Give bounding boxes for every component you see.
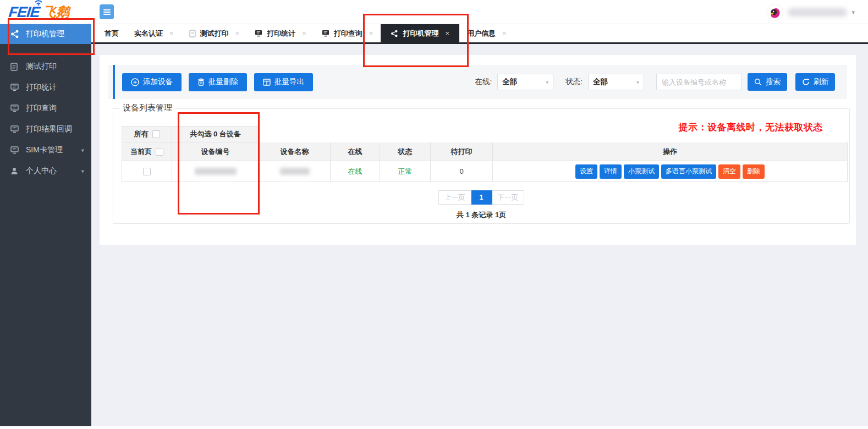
plus-circle-icon bbox=[131, 78, 139, 86]
row-checkbox-cell bbox=[122, 161, 172, 182]
app-window: FEIE 飞鹅 ▾ bbox=[0, 0, 868, 429]
tab-print-query[interactable]: 打印查询 × bbox=[314, 24, 381, 43]
search-button[interactable]: 搜索 bbox=[748, 73, 787, 91]
close-tab-icon[interactable]: × bbox=[302, 29, 306, 37]
table-header-row: 当前页 设备编号 设备名称 在线 状态 待打印 操作 bbox=[122, 142, 848, 161]
tab-home[interactable]: 首页 bbox=[97, 24, 127, 43]
sidebar-item-personal-center[interactable]: 个人中心 ▾ bbox=[0, 161, 91, 182]
hamburger-icon bbox=[103, 12, 111, 13]
close-tab-icon[interactable]: × bbox=[502, 29, 507, 37]
close-tab-icon[interactable]: × bbox=[235, 29, 240, 37]
tab-real-name-auth[interactable]: 实名认证 × bbox=[127, 24, 182, 43]
sidebar-item-print-callback[interactable]: 打印结果回调 bbox=[0, 119, 91, 140]
top-header: FEIE 飞鹅 ▾ bbox=[0, 0, 868, 24]
pending-cell: 0 bbox=[431, 161, 493, 182]
close-tab-icon[interactable]: × bbox=[445, 29, 449, 37]
prev-page-button[interactable]: 上一页 bbox=[438, 190, 471, 205]
sidebar-item-printer-management[interactable]: 打印机管理 bbox=[0, 24, 91, 44]
current-page-checkbox[interactable] bbox=[156, 148, 163, 156]
batch-export-label: 批量导出 bbox=[274, 77, 304, 87]
status-cell: 正常 bbox=[380, 161, 431, 182]
menu-toggle-button[interactable] bbox=[100, 4, 114, 19]
sidebar-item-test-print[interactable]: 测试打印 bbox=[0, 56, 91, 77]
clear-button[interactable]: 清空 bbox=[718, 164, 740, 179]
chevron-down-icon[interactable]: ▾ bbox=[81, 168, 84, 175]
online-filter-select[interactable]: 全部 ▾ bbox=[497, 74, 553, 90]
batch-delete-button[interactable]: 批量删除 bbox=[189, 73, 247, 91]
logo-text-en: FEIE bbox=[8, 4, 40, 21]
multilang-receipt-test-button[interactable]: 多语言小票测试 bbox=[661, 164, 716, 179]
tab-label: 打印统计 bbox=[267, 29, 295, 38]
printer-icon bbox=[10, 84, 20, 91]
current-page-cell: 当前页 bbox=[122, 142, 172, 161]
bottom-strip bbox=[0, 426, 868, 429]
username-redacted bbox=[788, 8, 847, 16]
page-1-button[interactable]: 1 bbox=[471, 190, 492, 205]
refresh-button[interactable]: 刷新 bbox=[795, 73, 835, 91]
sidebar-item-label: 打印结果回调 bbox=[26, 124, 72, 134]
online-filter-label: 在线: bbox=[475, 77, 492, 87]
logo-text-cn: 飞鹅 bbox=[42, 3, 70, 21]
printer-icon bbox=[10, 125, 20, 133]
table-row: 在线 正常 0 设置 详情 小票测试 多语言小票测试 清空 删除 bbox=[122, 161, 848, 182]
settings-button[interactable]: 设置 bbox=[575, 164, 597, 179]
brand-logo[interactable]: FEIE 飞鹅 bbox=[9, 2, 69, 22]
sidebar-item-sim-management[interactable]: SIM卡管理 ▾ bbox=[0, 140, 91, 161]
device-name-cell bbox=[259, 161, 331, 182]
next-page-button[interactable]: 下一页 bbox=[492, 190, 525, 205]
search-icon bbox=[754, 78, 762, 86]
col-device-no: 设备编号 bbox=[172, 142, 259, 161]
sidebar-item-label: 个人中心 bbox=[26, 166, 57, 176]
row-actions: 设置 详情 小票测试 多语言小票测试 清空 删除 bbox=[575, 164, 765, 179]
tab-printer-management[interactable]: 打印机管理 × bbox=[381, 24, 459, 43]
user-menu[interactable]: ▾ bbox=[766, 3, 855, 21]
content-card: 添加设备 批量删除 批量导出 在线: 全部 bbox=[100, 55, 856, 245]
share-nodes-icon bbox=[10, 30, 20, 38]
select-all-checkbox[interactable] bbox=[152, 130, 160, 138]
user-icon bbox=[10, 167, 20, 175]
receipt-test-button[interactable]: 小票测试 bbox=[624, 164, 659, 179]
device-name-redacted bbox=[280, 168, 310, 175]
share-nodes-icon bbox=[391, 30, 398, 37]
col-online: 在线 bbox=[331, 142, 380, 161]
file-icon bbox=[10, 63, 20, 71]
select-all-cell: 所有 bbox=[122, 126, 172, 142]
trash-icon bbox=[197, 78, 205, 86]
device-list-section: 设备列表管理 提示：设备离线时，无法获取状态 所有 共勾选 0 台设备 bbox=[113, 108, 850, 224]
status-filter-select[interactable]: 全部 ▾ bbox=[588, 74, 644, 90]
sidebar-item-print-query[interactable]: 打印查询 bbox=[0, 98, 91, 119]
sidebar-nav: 打印机管理 测试打印 打印统计 打印查询 打印结果回调 bbox=[0, 24, 91, 426]
details-button[interactable]: 详情 bbox=[600, 164, 622, 179]
tab-label: 首页 bbox=[105, 29, 119, 38]
close-tab-icon[interactable]: × bbox=[169, 29, 174, 37]
delete-button[interactable]: 删除 bbox=[743, 164, 765, 179]
batch-export-button[interactable]: 批量导出 bbox=[254, 73, 313, 91]
chevron-down-icon: ▾ bbox=[546, 79, 548, 85]
status-filter-label: 状态: bbox=[565, 77, 583, 87]
accent-bar bbox=[113, 65, 115, 99]
row-checkbox[interactable] bbox=[143, 168, 151, 175]
online-filter-value: 全部 bbox=[502, 77, 517, 87]
chevron-down-icon[interactable]: ▾ bbox=[81, 147, 84, 154]
tab-label: 用户信息 bbox=[467, 29, 496, 38]
sidebar-item-label: 打印统计 bbox=[26, 82, 57, 92]
printer-icon bbox=[10, 105, 20, 112]
device-search-input[interactable] bbox=[656, 74, 742, 90]
sidebar-item-print-stats[interactable]: 打印统计 bbox=[0, 77, 91, 98]
printer-icon bbox=[255, 30, 262, 37]
tab-print-stats[interactable]: 打印统计 × bbox=[247, 24, 314, 43]
close-tab-icon[interactable]: × bbox=[369, 29, 373, 37]
add-device-button[interactable]: 添加设备 bbox=[122, 73, 182, 91]
tab-user-info[interactable]: 用户信息 × bbox=[459, 24, 514, 43]
col-pending: 待打印 bbox=[431, 142, 493, 161]
select-all-label: 所有 bbox=[134, 129, 149, 139]
section-title: 设备列表管理 bbox=[119, 103, 175, 113]
tab-test-print[interactable]: 测试打印 × bbox=[182, 24, 248, 43]
sidebar-item-label: 打印机管理 bbox=[26, 29, 64, 39]
main-content: 添加设备 批量删除 批量导出 在线: 全部 bbox=[91, 44, 868, 429]
search-label: 搜索 bbox=[766, 77, 781, 87]
wifi-icon bbox=[34, 0, 43, 6]
user-caret-icon: ▾ bbox=[851, 9, 855, 16]
tab-label: 实名认证 bbox=[134, 29, 163, 38]
sidebar-item-label: SIM卡管理 bbox=[26, 145, 63, 155]
